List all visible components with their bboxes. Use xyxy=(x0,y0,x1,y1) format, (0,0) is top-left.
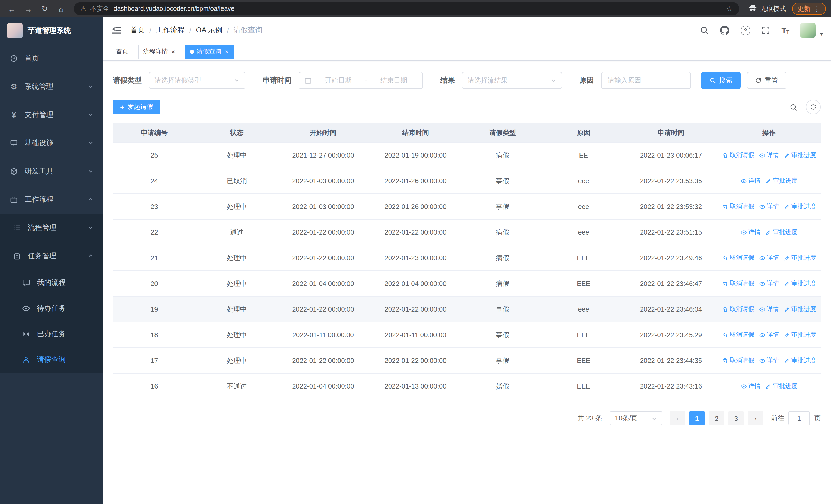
table-row: 16不通过2022-01-04 00:00:002022-01-13 00:00… xyxy=(113,374,821,399)
security-label[interactable]: 不安全 xyxy=(90,4,110,13)
sidebar-item-workflow[interactable]: 工作流程 xyxy=(0,185,103,213)
detail-link[interactable]: 详情 xyxy=(759,202,779,211)
chevron-down-icon xyxy=(88,168,93,174)
approval-progress-link[interactable]: 审批进度 xyxy=(784,254,816,262)
cell-id: 17 xyxy=(113,357,196,364)
page-button-1[interactable]: 1 xyxy=(689,411,705,425)
apply-time-range-picker[interactable]: 开始日期 - 结束日期 xyxy=(299,72,423,89)
detail-link[interactable]: 详情 xyxy=(759,279,779,288)
next-page-button[interactable]: › xyxy=(748,411,763,425)
search-icon[interactable] xyxy=(699,25,709,35)
sidebar-item-done-tasks[interactable]: 已办任务 xyxy=(0,321,103,347)
sidebar-item-task-mgmt[interactable]: 任务管理 xyxy=(0,242,103,270)
forward-icon[interactable]: → xyxy=(22,2,35,16)
cancel-leave-link[interactable]: 取消请假 xyxy=(722,305,754,314)
detail-link[interactable]: 详情 xyxy=(759,356,779,365)
avatar[interactable] xyxy=(800,23,815,38)
fullscreen-icon[interactable] xyxy=(761,25,771,35)
column-header-status: 状态 xyxy=(196,128,278,137)
sidebar-item-process-mgmt[interactable]: 流程管理 xyxy=(0,213,103,242)
cancel-leave-link[interactable]: 取消请假 xyxy=(722,202,754,211)
approval-progress-link[interactable]: 审批进度 xyxy=(784,151,816,159)
detail-link[interactable]: 详情 xyxy=(759,305,779,314)
cell-start-time: 2022-01-22 00:00:00 xyxy=(278,305,369,313)
prev-page-button[interactable]: ‹ xyxy=(670,411,685,425)
trash-icon xyxy=(722,255,728,261)
sidebar-item-leave-query[interactable]: 请假查询 xyxy=(0,347,103,373)
detail-link[interactable]: 详情 xyxy=(759,330,779,339)
detail-link[interactable]: 详情 xyxy=(759,254,779,262)
leave-type-select[interactable]: 请选择请假类型 xyxy=(149,72,245,89)
tab-home[interactable]: 首页 xyxy=(111,45,134,59)
result-select[interactable]: 请选择流结果 xyxy=(462,72,562,89)
warning-icon[interactable]: ⚠ xyxy=(81,5,86,12)
cell-reason: EE xyxy=(543,151,625,159)
approval-progress-link[interactable]: 审批进度 xyxy=(784,279,816,288)
cell-apply-time: 2022-01-22 23:46:47 xyxy=(625,280,717,288)
reset-button[interactable]: 重置 xyxy=(747,72,786,89)
breadcrumb-item[interactable]: 首页 xyxy=(131,26,145,35)
github-icon[interactable] xyxy=(720,25,729,35)
end-date-placeholder[interactable]: 结束日期 xyxy=(370,76,417,85)
reason-input[interactable] xyxy=(601,72,691,89)
breadcrumb-item[interactable]: OA 示例 xyxy=(196,26,223,35)
detail-link[interactable]: 详情 xyxy=(741,177,761,185)
sidebar-item-my-process[interactable]: 我的流程 xyxy=(0,270,103,296)
approval-progress-link[interactable]: 审批进度 xyxy=(765,177,798,185)
cancel-leave-link[interactable]: 取消请假 xyxy=(722,356,754,365)
cell-leave-type: 病假 xyxy=(462,279,543,288)
url-text[interactable]: dashboard.yudao.iocoder.cn/bpm/oa/leave xyxy=(114,5,722,12)
approval-progress-link[interactable]: 审批进度 xyxy=(765,382,798,391)
search-button[interactable]: 搜索 xyxy=(701,72,741,89)
page-button-2[interactable]: 2 xyxy=(709,411,724,425)
sidebar-item-devtools[interactable]: 研发工具 xyxy=(0,157,103,185)
cancel-leave-link[interactable]: 取消请假 xyxy=(722,254,754,262)
app-logo[interactable]: 芋道管理系统 xyxy=(0,18,103,44)
cell-leave-type: 事假 xyxy=(462,305,543,314)
approval-progress-link[interactable]: 审批进度 xyxy=(784,305,816,314)
sidebar-item-infrastructure[interactable]: 基础设施 xyxy=(0,129,103,157)
start-date-placeholder[interactable]: 开始日期 xyxy=(315,76,362,85)
reload-icon[interactable]: ↻ xyxy=(38,2,51,16)
page-button-3[interactable]: 3 xyxy=(728,411,744,425)
help-icon[interactable]: ? xyxy=(740,25,750,35)
goto-page-input[interactable] xyxy=(789,411,810,425)
cell-actions: 详情审批进度 xyxy=(717,228,821,237)
create-leave-button[interactable]: + 发起请假 xyxy=(113,99,160,114)
sidebar-item-todo-tasks[interactable]: 待办任务 xyxy=(0,296,103,321)
font-size-icon[interactable]: TT xyxy=(781,26,790,35)
toggle-search-icon[interactable] xyxy=(789,102,798,112)
column-header-actions: 操作 xyxy=(717,128,821,137)
url-bar[interactable]: ⚠ 不安全 dashboard.yudao.iocoder.cn/bpm/oa/… xyxy=(74,2,739,16)
approval-progress-link[interactable]: 审批进度 xyxy=(784,202,816,211)
back-icon[interactable]: ← xyxy=(5,2,19,16)
user-caret-icon[interactable]: ▾ xyxy=(820,31,823,38)
detail-link[interactable]: 详情 xyxy=(759,151,779,159)
close-icon[interactable]: × xyxy=(225,48,228,55)
page-size-select[interactable]: 10条/页 xyxy=(610,411,662,425)
sidebar-item-payment[interactable]: ¥ 支付管理 xyxy=(0,100,103,129)
bookmark-star-icon[interactable]: ☆ xyxy=(726,5,733,13)
sidebar-collapse-icon[interactable] xyxy=(111,25,122,36)
cancel-leave-link[interactable]: 取消请假 xyxy=(722,330,754,339)
cell-leave-type: 婚假 xyxy=(462,382,543,391)
refresh-table-icon[interactable] xyxy=(806,99,821,114)
tab-process-detail[interactable]: 流程详情 × xyxy=(138,45,180,59)
cell-end-time: 2022-01-22 00:00:00 xyxy=(369,228,463,236)
breadcrumb-item[interactable]: 工作流程 xyxy=(156,26,185,35)
tab-leave-query[interactable]: 请假查询 × xyxy=(185,45,233,59)
update-button[interactable]: 更新 ⋮ xyxy=(792,3,826,15)
cancel-leave-link[interactable]: 取消请假 xyxy=(722,151,754,159)
approval-progress-link[interactable]: 审批进度 xyxy=(784,330,816,339)
detail-link[interactable]: 详情 xyxy=(741,382,761,391)
close-icon[interactable]: × xyxy=(171,48,175,55)
menu-dots-icon[interactable]: ⋮ xyxy=(813,5,820,12)
cancel-leave-link[interactable]: 取消请假 xyxy=(722,279,754,288)
column-header-applied: 申请时间 xyxy=(625,128,717,137)
sidebar-item-system[interactable]: ⚙ 系统管理 xyxy=(0,72,103,100)
detail-link[interactable]: 详情 xyxy=(741,228,761,237)
sidebar-item-home[interactable]: 首页 xyxy=(0,44,103,72)
approval-progress-link[interactable]: 审批进度 xyxy=(784,356,816,365)
home-icon[interactable]: ⌂ xyxy=(54,2,68,16)
approval-progress-link[interactable]: 审批进度 xyxy=(765,228,798,237)
